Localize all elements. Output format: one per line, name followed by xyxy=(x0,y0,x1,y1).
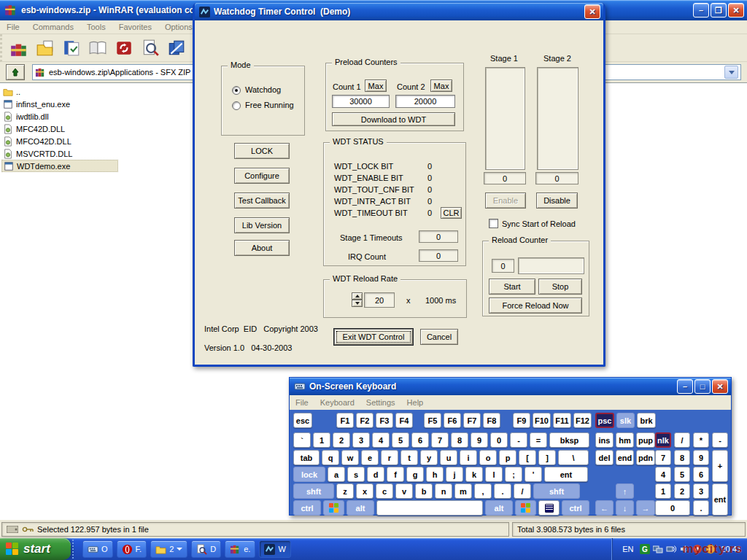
file-row[interactable]: MFCO42D.DLL xyxy=(1,135,118,147)
free-running-radio[interactable] xyxy=(232,101,241,110)
reload-rate-value[interactable]: 20 xyxy=(364,292,395,308)
key-↑[interactable]: ↑ xyxy=(616,483,634,499)
spinner-down-icon[interactable] xyxy=(352,300,363,307)
dual-monitor-icon[interactable] xyxy=(653,544,663,554)
key-tab[interactable]: tab xyxy=(293,450,320,465)
menu-tools[interactable]: Tools xyxy=(87,23,106,31)
close-button[interactable]: ✕ xyxy=(728,3,744,18)
find-toolbar-icon[interactable] xyxy=(139,37,161,59)
key-del[interactable]: del xyxy=(595,450,614,465)
key-F7[interactable]: F7 xyxy=(463,413,481,428)
osk-menu-keyboard[interactable]: Keyboard xyxy=(320,398,355,407)
key-3[interactable]: 3 xyxy=(352,432,370,448)
clr-button[interactable]: CLR xyxy=(441,207,462,219)
spinner-up-icon[interactable] xyxy=(352,292,363,300)
file-row[interactable]: MSVCRTD.DLL xyxy=(1,147,118,160)
key-6[interactable]: 6 xyxy=(411,432,429,448)
key-v[interactable]: v xyxy=(395,483,413,499)
key-brk[interactable]: brk xyxy=(637,413,656,428)
key-esc[interactable]: esc xyxy=(293,413,312,428)
win-key[interactable] xyxy=(515,500,536,516)
key-F9[interactable]: F9 xyxy=(513,413,530,428)
key-r[interactable]: r xyxy=(381,450,398,465)
key-0[interactable]: 0 xyxy=(655,500,690,516)
key-9[interactable]: 9 xyxy=(693,450,709,465)
key-shft[interactable]: shft xyxy=(533,483,580,499)
key-d[interactable]: d xyxy=(367,467,384,482)
key-'[interactable]: ' xyxy=(525,467,542,482)
key-4[interactable]: 4 xyxy=(655,467,671,482)
green-app-icon[interactable]: G xyxy=(640,544,650,554)
taskbar-button-folder[interactable]: 2 xyxy=(150,540,187,558)
key-a[interactable]: a xyxy=(328,467,345,482)
key-ctrl[interactable]: ctrl xyxy=(293,500,321,516)
key-F10[interactable]: F10 xyxy=(533,413,551,428)
key-6[interactable]: 6 xyxy=(693,467,709,482)
key-*[interactable]: * xyxy=(693,432,709,448)
watchdog-mode-radio[interactable] xyxy=(232,86,241,95)
key-.[interactable]: . xyxy=(693,500,709,516)
about-button[interactable]: About xyxy=(234,240,290,256)
key-5[interactable]: 5 xyxy=(392,432,409,448)
key-F8[interactable]: F8 xyxy=(483,413,500,428)
key-y[interactable]: y xyxy=(420,450,438,465)
key-end[interactable]: end xyxy=(616,450,634,465)
enable-button[interactable]: Enable xyxy=(485,192,526,209)
key-0[interactable]: 0 xyxy=(490,432,508,448)
key-F11[interactable]: F11 xyxy=(553,413,571,428)
menu-options[interactable]: Options xyxy=(165,23,193,31)
key-ctrl[interactable]: ctrl xyxy=(562,500,589,516)
key-psc[interactable]: psc xyxy=(595,413,614,428)
key-5[interactable]: 5 xyxy=(674,467,690,482)
key-F3[interactable]: F3 xyxy=(376,413,393,428)
address-dropdown-button[interactable] xyxy=(724,66,738,79)
key-7[interactable]: 7 xyxy=(431,432,449,448)
key-o[interactable]: o xyxy=(479,450,497,465)
cancel-button[interactable]: Cancel xyxy=(420,329,458,345)
max2-button[interactable]: Max xyxy=(430,79,452,92)
key-pdn[interactable]: pdn xyxy=(636,450,655,465)
network-monitor-icon[interactable] xyxy=(666,544,676,554)
key-shft[interactable]: shft xyxy=(293,483,334,499)
key-`[interactable]: ` xyxy=(293,432,311,448)
key-F5[interactable]: F5 xyxy=(424,413,441,428)
key-ent[interactable]: ent xyxy=(544,467,588,482)
key-,[interactable]: , xyxy=(474,483,492,499)
extract-toolbar-icon[interactable] xyxy=(34,37,56,59)
view-toolbar-icon[interactable] xyxy=(87,37,109,59)
key-ins[interactable]: ins xyxy=(595,432,614,448)
key-f[interactable]: f xyxy=(387,467,404,482)
key-h[interactable]: h xyxy=(426,467,444,482)
start-button[interactable]: Start xyxy=(489,279,535,295)
file-row[interactable]: iwdtlib.dll xyxy=(1,110,118,122)
key-p[interactable]: p xyxy=(499,450,516,465)
osk-maximize-button[interactable]: □ xyxy=(694,379,711,394)
file-row[interactable]: MFC42D.DLL xyxy=(1,122,118,135)
key-w[interactable]: w xyxy=(341,450,359,465)
key-][interactable]: ] xyxy=(538,450,556,465)
key-+[interactable]: + xyxy=(712,450,728,482)
minimize-button[interactable]: – xyxy=(693,3,709,18)
key-s[interactable]: s xyxy=(347,467,365,482)
wizard-toolbar-icon[interactable] xyxy=(166,37,187,59)
key-.[interactable]: . xyxy=(494,483,511,499)
force-reload-now-button[interactable]: Force Reload Now xyxy=(489,298,582,314)
key--[interactable]: - xyxy=(712,432,728,448)
key-9[interactable]: 9 xyxy=(471,432,488,448)
key-t[interactable]: t xyxy=(400,450,418,465)
key-F4[interactable]: F4 xyxy=(395,413,413,428)
watchdog-close-button[interactable]: ✕ xyxy=(584,4,600,19)
sync-start-checkbox[interactable] xyxy=(489,219,498,228)
download-to-wdt-button[interactable]: Download to WDT xyxy=(332,112,455,126)
osk-close-button[interactable]: ✕ xyxy=(712,379,728,394)
key-2[interactable]: 2 xyxy=(333,432,350,448)
key-z[interactable]: z xyxy=(336,483,354,499)
key-j[interactable]: j xyxy=(446,467,463,482)
taskbar-button-books[interactable]: e. xyxy=(225,540,255,558)
lock-button[interactable]: LOCK xyxy=(234,143,290,159)
key-=[interactable]: = xyxy=(530,432,547,448)
reload-rate-spinner[interactable] xyxy=(352,292,363,307)
language-indicator[interactable]: EN xyxy=(619,545,636,553)
key-/[interactable]: / xyxy=(514,483,531,499)
key-;[interactable]: ; xyxy=(505,467,522,482)
